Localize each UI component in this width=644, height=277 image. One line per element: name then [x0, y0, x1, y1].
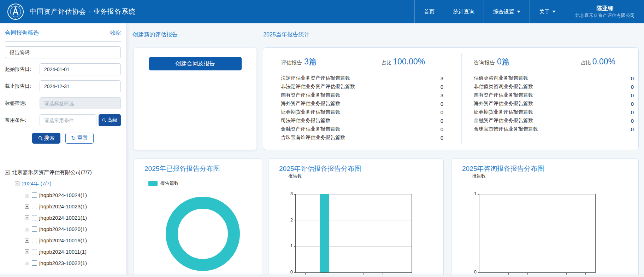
- expand-box-icon[interactable]: +: [25, 249, 29, 254]
- stats-row-label: 非法定评估业务资产评估报告篇数: [281, 83, 355, 90]
- report-checkbox[interactable]: [32, 260, 37, 266]
- tree-report-label: jhqpb2024-10011(1): [39, 249, 87, 255]
- legend-swatch: [148, 181, 158, 186]
- donut-ring: [166, 197, 240, 271]
- collapse-box-icon[interactable]: −: [15, 181, 19, 186]
- stats-row: 司法评估业务报告篇数 0: [281, 116, 443, 125]
- y-axis-label: 报告数: [472, 173, 486, 179]
- expand-box-icon[interactable]: +: [25, 261, 29, 265]
- nav-item-label: 关于: [539, 8, 550, 15]
- tree-node-year[interactable]: − 2024年 (7/7): [15, 178, 121, 189]
- stats-row-value: 0: [631, 118, 634, 124]
- expand-box-icon[interactable]: +: [25, 204, 29, 209]
- stats-row: 含珠宝首饰评估业务报告篇数 0: [281, 133, 443, 142]
- search-button-label: 搜索: [44, 135, 55, 142]
- report-checkbox[interactable]: [32, 249, 37, 254]
- tree-report-label: jhqpb2024-10019(1): [39, 237, 87, 243]
- nav-item-label: 统计查询: [453, 8, 474, 15]
- stats-row-value: 0: [441, 118, 443, 124]
- expand-box-icon[interactable]: +: [25, 227, 29, 231]
- org-seal-logo-icon: [7, 3, 24, 20]
- report-checkbox[interactable]: [32, 238, 37, 243]
- stats-row-value: 0: [631, 101, 634, 107]
- nav-item[interactable]: 关于: [530, 0, 565, 23]
- consulting-title: 咨询报告: [474, 59, 495, 65]
- gridline: [296, 194, 412, 195]
- nav-item-label: 综合设置: [493, 8, 514, 15]
- tree-company-label: 北京嘉禾庆资产评估有限公司(7/7): [12, 169, 92, 176]
- tree-node-report[interactable]: + jhqpb2023-10022(1): [25, 257, 121, 269]
- user-menu[interactable]: 陈亚锋 北京嘉禾庆资产评估有限公司: [565, 0, 639, 23]
- tree-node-report[interactable]: + jhqpb2024-10020(1): [25, 223, 121, 235]
- report-checkbox[interactable]: [32, 192, 37, 198]
- stats-row-value: 0: [441, 135, 443, 141]
- y-tick-label: 0: [283, 269, 293, 275]
- nav-item[interactable]: 首页: [414, 0, 444, 23]
- end-date-input[interactable]: [40, 80, 121, 92]
- stats-row: 非法定评估业务资产评估报告篇数 0: [281, 82, 443, 91]
- tree-report-label: jhqpb2024-10024(1): [39, 192, 87, 198]
- collapse-box-icon[interactable]: −: [5, 170, 10, 175]
- stats-row-label: 金融资产评估业务报告篇数: [281, 126, 340, 132]
- nav-item[interactable]: 统计查询: [444, 0, 484, 23]
- tag-filter-input[interactable]: [40, 97, 121, 109]
- common-condition-input[interactable]: [40, 114, 96, 126]
- y-tick-label: 1: [467, 191, 477, 196]
- start-date-input[interactable]: [40, 63, 121, 75]
- tree-node-report[interactable]: + jhqpb2024-10024(1): [25, 189, 121, 201]
- stats-row: 金融资产评估业务报告篇数 0: [281, 125, 443, 133]
- y-tick-label: 1: [283, 243, 293, 248]
- collapse-link[interactable]: 收缩: [110, 30, 121, 36]
- report-checkbox[interactable]: [32, 204, 37, 209]
- advanced-button[interactable]: 高级: [99, 114, 121, 126]
- create-contract-report-button[interactable]: 创建合同及报告: [149, 57, 242, 70]
- legend-label: 报告篇数: [160, 180, 179, 186]
- donut-chart-legend: 报告篇数: [148, 180, 179, 186]
- gridline: [296, 220, 412, 220]
- stats-row-value: 0: [631, 109, 634, 115]
- refresh-icon: ↻: [71, 135, 76, 141]
- stats-row-value: 0: [441, 101, 443, 107]
- y-tick-label: 3: [283, 191, 293, 196]
- tree-node-company[interactable]: − 北京嘉禾庆资产评估有限公司(7/7): [5, 167, 121, 178]
- tree-node-report[interactable]: + jhqpb2024-10019(1): [25, 235, 121, 246]
- nav-item[interactable]: 综合设置: [484, 0, 530, 23]
- expand-box-icon[interactable]: +: [25, 215, 29, 220]
- consulting-stats-column: 咨询报告0篇 占比0.00% 估值类咨询业务报告篇数 0 非估值类咨询业务报告篇…: [461, 48, 638, 150]
- user-name: 陈亚锋: [574, 5, 636, 12]
- y-tick-label: 2: [283, 217, 293, 223]
- stats-row: 海外资产评估业务报告篇数 0: [281, 99, 443, 108]
- expand-box-icon[interactable]: +: [25, 193, 29, 197]
- reset-button[interactable]: ↻ 重置: [65, 133, 94, 144]
- tree-node-report[interactable]: + jhqpb2024-10021(1): [25, 212, 121, 223]
- window-bottom-edge: [0, 275, 644, 277]
- stats-row-label: 国有资产评估业务报告篇数: [474, 92, 533, 98]
- stats-row: 证券期货业务评估报告篇数 0: [281, 108, 443, 116]
- y-tick: [294, 272, 296, 273]
- stats-row-value: 0: [441, 126, 443, 132]
- consulting-count: 0篇: [497, 57, 510, 66]
- tree-node-report[interactable]: + jhqpb2024-10011(1): [25, 246, 121, 257]
- nav-menu: 首页 统计查询 综合设置 关于: [414, 0, 565, 23]
- appraisal-reports-bar-card: 2025年评估报备报告分布图 报告数 0123一月二月三月四月五月六月: [268, 158, 444, 277]
- stats-row-value: 0: [631, 75, 634, 81]
- main-content: 创建新的评估报告 2025当年报告统计 创建合同及报告 评估报告3篇 占比100…: [126, 23, 644, 277]
- stats-row-label: 司法评估业务报告篇数: [281, 117, 330, 124]
- start-date-label: 起始报告日:: [5, 66, 40, 73]
- search-button[interactable]: 搜索: [32, 133, 60, 144]
- tree-node-report[interactable]: + jhqpb2024-10023(1): [25, 201, 121, 212]
- y-tick: [478, 272, 479, 273]
- chevron-down-icon: [552, 11, 556, 13]
- stats-row-value: 0: [631, 84, 634, 90]
- tree-report-list: + jhqpb2024-10024(1) + jhqpb2024-10023(1…: [5, 189, 121, 269]
- y-tick: [294, 220, 296, 220]
- stats-row-label: 非估值类咨询业务报告篇数: [474, 83, 533, 90]
- ratio-label: 占比: [382, 60, 391, 65]
- expand-box-icon[interactable]: +: [25, 238, 29, 243]
- report-code-input[interactable]: [5, 46, 121, 58]
- consulting-bar-chart-title: 2025年咨询报备报告分布图: [462, 164, 544, 173]
- report-checkbox[interactable]: [32, 226, 37, 232]
- stats-row-value: 0: [631, 92, 634, 98]
- report-checkbox[interactable]: [32, 215, 37, 220]
- top-navbar: 中国资产评估协会 - 业务报备系统 首页 统计查询 综合设置 关于 陈亚锋 北京: [0, 0, 644, 23]
